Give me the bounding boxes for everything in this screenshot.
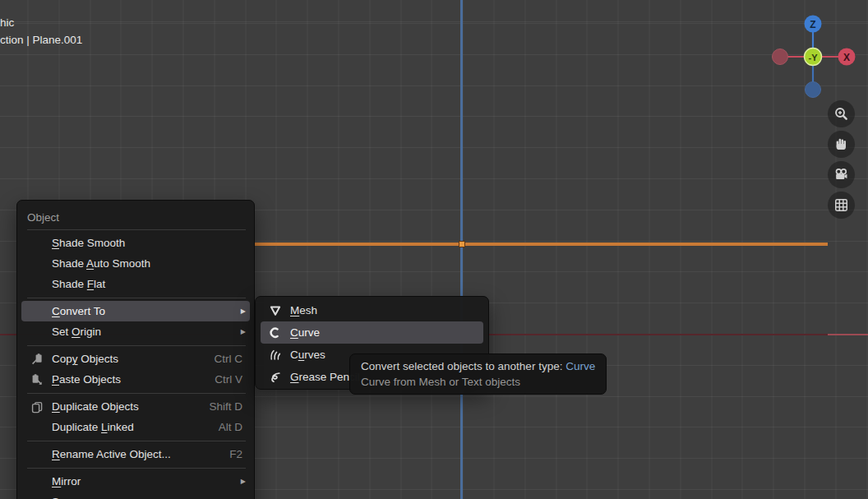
x-axis-line-bright (828, 334, 868, 335)
pan-button[interactable] (828, 131, 855, 158)
menu-item-copy-objects[interactable]: Copy Objects Ctrl C (21, 349, 250, 369)
shortcut-label: Shift D (209, 400, 246, 413)
active-object-overlay: ction | Plane.001 (0, 34, 82, 46)
shortcut-label: F2 (229, 448, 246, 460)
camera-view-icon (833, 167, 849, 183)
submenu-arrow-icon: ▶ (241, 478, 246, 485)
menu-item-mirror[interactable]: Mirror ▶ (21, 471, 250, 492)
zoom-button[interactable] (828, 100, 855, 127)
camera-view-button[interactable] (828, 161, 855, 188)
menu-separator (27, 393, 246, 394)
menu-item-shade-flat[interactable]: Shade Flat (21, 274, 250, 294)
gizmo-x-label: X (843, 52, 850, 63)
blender-3d-viewport[interactable]: hic ction | Plane.001 Z X -Y (0, 0, 868, 499)
menu-separator (27, 229, 246, 230)
mesh-icon (269, 304, 282, 317)
tooltip-type-value: Curve (566, 360, 595, 372)
submenu-arrow-icon: ▶ (241, 307, 246, 315)
menu-header: Object (17, 201, 254, 226)
submenu-arrow-icon: ▶ (241, 328, 246, 335)
tooltip-line2: Curve from Mesh or Text objects (361, 374, 595, 390)
menu-separator (27, 345, 246, 346)
gizmo-neg-z-ball[interactable] (806, 82, 821, 98)
menu-item-paste-objects[interactable]: Paste Objects Ctrl V (21, 369, 250, 390)
object-origin-dot (459, 241, 465, 247)
menu-separator (27, 468, 246, 469)
curve-icon (269, 326, 282, 340)
shortcut-label: Alt D (219, 421, 246, 433)
navigation-gizmo[interactable]: Z X -Y (769, 8, 859, 100)
pan-hand-icon (833, 136, 849, 152)
menu-item-set-origin[interactable]: Set Origin ▶ (21, 321, 250, 342)
duplicate-icon (30, 400, 44, 414)
menu-item-duplicate-linked[interactable]: Duplicate Linked Alt D (21, 417, 250, 437)
menu-separator (27, 298, 246, 298)
view-name-overlay: hic (0, 16, 14, 29)
gizmo-z-label: Z (810, 19, 815, 30)
zoom-icon (833, 106, 849, 122)
shortcut-label: Ctrl V (215, 373, 246, 386)
menu-item-shade-smooth[interactable]: Shade Smooth (21, 233, 250, 253)
menu-separator (27, 441, 246, 441)
tooltip-line1: Convert selected objects to another type… (361, 358, 595, 374)
grid-ortho-icon (833, 197, 849, 213)
menu-item-duplicate-objects[interactable]: Duplicate Objects Shift D (21, 396, 250, 417)
menu-item-convert-to[interactable]: Convert To ▶ (21, 301, 250, 321)
z-axis-line (460, 0, 463, 499)
submenu-item-curve[interactable]: Curve (261, 321, 483, 344)
menu-item-shade-auto-smooth[interactable]: Shade Auto Smooth (21, 253, 250, 274)
object-context-menu: Object Shade Smooth Shade Auto Smooth Sh… (16, 200, 255, 499)
selected-plane-edge-line (255, 243, 828, 246)
gizmo-y-label: -Y (809, 53, 819, 62)
shortcut-label: Ctrl C (215, 353, 247, 365)
grease-pencil-icon (269, 371, 282, 384)
curves-icon (269, 349, 282, 362)
copy-icon (30, 353, 44, 366)
gizmo-neg-x-ball[interactable] (773, 49, 788, 65)
ortho-toggle-button[interactable] (828, 192, 855, 219)
menu-item-snap[interactable]: Snap ▶ (21, 492, 250, 499)
tooltip: Convert selected objects to another type… (349, 353, 607, 395)
paste-icon (30, 373, 44, 386)
menu-item-rename-active-object[interactable]: Rename Active Object... F2 (21, 444, 250, 464)
submenu-item-mesh[interactable]: Mesh (261, 299, 483, 321)
